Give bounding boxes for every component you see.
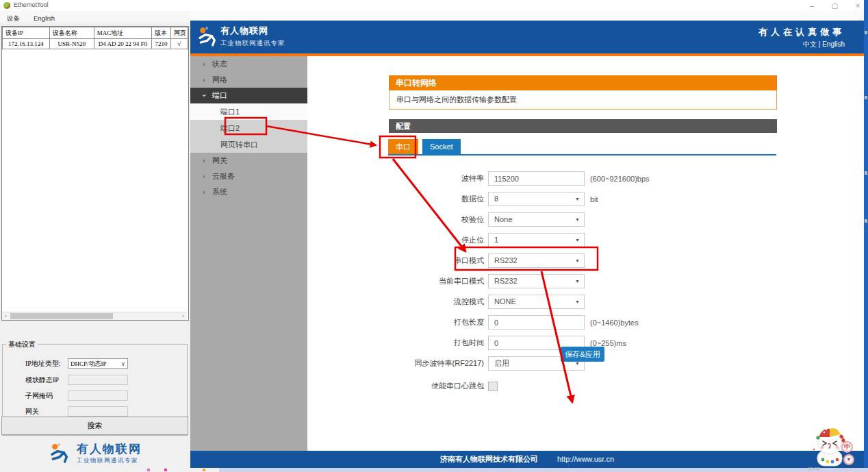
search-button[interactable]: 搜索	[1, 417, 188, 435]
horizontal-scrollbar[interactable]: ‹ ›	[2, 312, 187, 320]
form-hint: (0~1460)bytes	[590, 319, 639, 327]
form-hint: (600~921600)bps	[590, 175, 650, 183]
chevron-collapsed-icon: ›	[203, 72, 205, 88]
form-label: 流控模式	[309, 297, 484, 307]
sidebar-item-网络[interactable]: ›网络	[190, 72, 307, 88]
select-流控模式[interactable]: NONE▼	[488, 295, 585, 309]
maximize-icon[interactable]: ▢	[832, 2, 838, 10]
text-input[interactable]	[494, 316, 584, 329]
language-switch[interactable]: 中文 | English	[803, 40, 845, 49]
select-数据位[interactable]: 8▼	[488, 192, 585, 206]
web-brand-slogan: 工业物联网通讯专家	[220, 39, 285, 48]
column-header: 网页	[170, 27, 188, 39]
dropdown-arrow-icon: ▼	[575, 234, 580, 247]
header-motto: 有人在认真做事	[758, 26, 845, 38]
taskbar-icon[interactable]	[164, 469, 167, 471]
table-cell: 7210	[152, 39, 171, 49]
sidebar-item-云服务[interactable]: ›云服务	[190, 169, 307, 184]
sidebar-item-label: 系统	[212, 184, 227, 200]
input-打包长度	[488, 315, 585, 330]
scroll-left-icon[interactable]: ‹	[2, 312, 10, 320]
scroll-right-icon[interactable]: ›	[179, 312, 187, 320]
form-label: 校验位	[309, 214, 484, 225]
sidebar-item-系统[interactable]: ›系统	[190, 184, 307, 200]
basic-field-row: 网关	[3, 406, 187, 417]
ethernet-tool-panel: 设备IP设备名称MAC地址版本网页 172.16.13.124USR-N520D…	[0, 22, 190, 468]
device-table-head: 设备IP设备名称MAC地址版本网页	[3, 27, 188, 39]
serial-form: 波特率(600~921600)bps数据位8▼bit校验位None▼停止位1▼串…	[309, 171, 830, 399]
tab-串口[interactable]: 串口	[388, 139, 418, 154]
sidebar-item-label: 端口	[212, 88, 227, 103]
minimize-icon[interactable]: –	[810, 2, 814, 10]
sidebar-item-网页转串口[interactable]: 网页转串口	[190, 136, 307, 153]
select-停止位[interactable]: 1▼	[488, 233, 585, 247]
table-row[interactable]: 172.16.13.124USR-N520D4 AD 20 22 94 F072…	[3, 39, 188, 49]
basic-field-label: 网关	[25, 407, 39, 417]
device-table[interactable]: 设备IP设备名称MAC地址版本网页 172.16.13.124USR-N520D…	[2, 27, 188, 49]
form-row-当前串口模式: 当前串口模式RS232▼	[309, 274, 830, 288]
dropdown-arrow-icon: ▼	[575, 275, 580, 288]
taskbar-icon[interactable]	[203, 469, 205, 471]
web-config-panel: 有人物联网 工业物联网通讯专家 有人在认真做事 中文 | English ›状态…	[190, 11, 864, 468]
chevron-down-icon: ∨	[120, 359, 125, 369]
column-header: 设备IP	[3, 27, 50, 39]
close-icon[interactable]: ×	[856, 2, 860, 10]
form-row-波特率: 波特率(600~921600)bps	[309, 171, 830, 186]
page-subtitle: 串口与网络之间的数据传输参数配置	[389, 90, 777, 110]
form-row-串口模式: 串口模式RS232▼	[309, 253, 830, 268]
section-config-title: 配置	[389, 119, 777, 133]
page-title: 串口转网络	[389, 75, 777, 90]
chevron-collapsed-icon: ›	[203, 153, 205, 169]
footer-url[interactable]: http://www.usr.cn	[557, 455, 614, 463]
form-label: 当前串口模式	[309, 276, 484, 286]
chevron-collapsed-icon: ›	[203, 56, 205, 72]
basic-field-input	[68, 406, 128, 417]
mascot-badge-arrow[interactable]: ▼	[843, 454, 854, 465]
form-row-使能串口心跳包: 使能串口心跳包	[309, 379, 830, 393]
ip-type-select[interactable]: DHCP/动态IP∨	[68, 358, 128, 369]
checkbox-使能串口心跳包[interactable]	[488, 382, 498, 391]
tab-underline	[388, 154, 776, 156]
form-label: 打包长度	[309, 317, 484, 327]
form-row-校验位: 校验位None▼	[309, 212, 830, 227]
form-row-打包长度: 打包长度(0~1460)bytes	[309, 315, 830, 330]
form-label: 波特率	[309, 173, 484, 184]
taskbar-time: 00:00	[808, 467, 820, 471]
basic-field-label: 模块静态IP	[25, 375, 59, 385]
sidebar-item-端口2[interactable]: 端口2	[190, 120, 307, 136]
sidebar-item-label: 网关	[212, 153, 227, 169]
sidebar-item-端口1[interactable]: 端口1	[190, 103, 307, 120]
select-校验位[interactable]: None▼	[488, 212, 585, 227]
web-brand: 有人物联网	[220, 25, 285, 37]
select-当前串口模式[interactable]: RS232▼	[488, 274, 585, 288]
taskbar-icon[interactable]	[147, 469, 150, 471]
form-label: 数据位	[309, 194, 484, 204]
tab-Socket[interactable]: Socket	[422, 139, 461, 154]
mascot-badge-zhong[interactable]: 中	[841, 441, 853, 453]
dropdown-arrow-icon: ▼	[575, 192, 580, 206]
save-apply-button[interactable]: 保存&应用	[561, 347, 604, 362]
form-label: 使能串口心跳包	[309, 381, 484, 391]
app-logo-brand: 有人物联网	[77, 443, 142, 456]
table-cell: √	[170, 39, 188, 49]
web-top-strip	[190, 11, 864, 21]
basic-field-label: 子网掩码	[25, 391, 53, 401]
column-header: 设备名称	[49, 27, 94, 39]
select-串口模式[interactable]: RS232▼	[488, 253, 585, 268]
chevron-expanded-icon: ›	[196, 94, 212, 97]
text-input[interactable]	[494, 172, 584, 185]
dropdown-arrow-icon: ▼	[575, 213, 580, 226]
basic-field-row: IP地址类型:DHCP/动态IP∨	[3, 358, 187, 369]
taskbar-left	[0, 468, 219, 472]
scroll-thumb[interactable]	[10, 313, 113, 319]
form-label: 同步波特率(RF2217)	[309, 358, 484, 369]
app-logo-slogan: 工业物联网通讯专家	[77, 458, 142, 464]
sidebar-item-label: 状态	[212, 56, 227, 72]
sidebar-item-网关[interactable]: ›网关	[190, 153, 307, 169]
form-label: 停止位	[309, 235, 484, 245]
sidebar-item-状态[interactable]: ›状态	[190, 56, 307, 72]
dropdown-arrow-icon: ▼	[575, 254, 580, 267]
table-cell: D4 AD 20 22 94 F0	[94, 39, 151, 49]
window-titlebar: EthernetTool – ▢ ×	[0, 0, 868, 11]
sidebar-item-端口[interactable]: ›端口	[190, 88, 307, 103]
